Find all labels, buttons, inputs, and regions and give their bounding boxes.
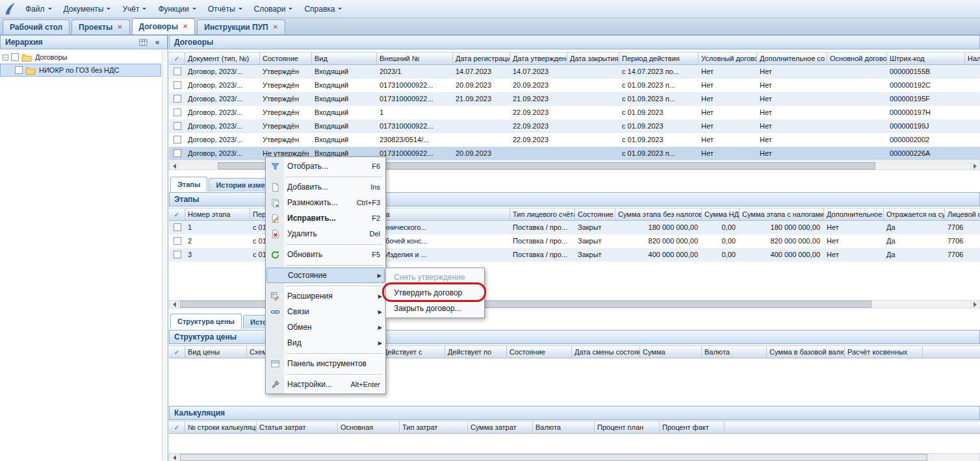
close-tab-icon[interactable]: ✕ — [273, 24, 278, 31]
collapse-panel-icon[interactable]: « — [152, 38, 162, 47]
row-checkbox[interactable] — [174, 223, 181, 231]
row-checkbox[interactable] — [174, 95, 181, 103]
row-checkbox[interactable] — [174, 122, 181, 130]
main-tab-2[interactable]: Договоры✕ — [132, 18, 196, 34]
column-header-8[interactable]: Процент факт — [660, 421, 725, 433]
scrollbar-thumb[interactable] — [180, 454, 927, 461]
main-tab-0[interactable]: Рабочий стол — [3, 19, 70, 34]
column-header-4[interactable]: Действует по — [445, 346, 507, 358]
menubar-item-2[interactable]: Учёт — [116, 2, 152, 16]
context-menu-item-6[interactable]: Состояние▶ — [266, 268, 385, 283]
column-header-10[interactable]: Расчёт косвенных — [845, 346, 923, 358]
column-header-6[interactable]: Валюта — [533, 421, 595, 433]
price-tab-0[interactable]: Структура цены — [170, 314, 242, 329]
column-header-5[interactable]: Состояние — [575, 208, 615, 220]
column-header-0[interactable]: ✓ — [169, 53, 185, 64]
tree-checkbox[interactable] — [15, 66, 23, 74]
column-header-3[interactable]: Действует с — [380, 346, 445, 358]
column-header-9[interactable]: Сумма в базовой валюте — [767, 346, 845, 358]
column-header-9[interactable]: Дополнительное со — [824, 208, 884, 220]
column-header-8[interactable]: Валюта — [702, 346, 767, 358]
column-header-11[interactable]: Основной договор — [827, 53, 887, 64]
context-menu-item-10[interactable]: Вид▶ — [266, 335, 385, 351]
row-checkbox[interactable] — [174, 68, 181, 75]
column-header-0[interactable]: ✓ — [169, 346, 185, 358]
stages-tab-0[interactable]: Этапы — [170, 177, 207, 192]
table-row[interactable]: Договор, 2023/...УтверждёнВходящий017310… — [169, 92, 980, 106]
column-header-3[interactable]: Основная — [338, 421, 400, 433]
row-checkbox[interactable] — [174, 108, 181, 116]
table-row[interactable]: Договор, 2023/...УтверждёнВходящий2023/1… — [169, 65, 980, 79]
scroll-left-button[interactable] — [170, 454, 179, 461]
column-header-10[interactable]: Дополнительное со — [757, 53, 827, 64]
column-header-7[interactable]: Процент план — [595, 421, 660, 433]
row-checkbox[interactable] — [174, 237, 181, 245]
menubar-item-0[interactable]: Файл — [19, 2, 58, 16]
column-header-11[interactable]: Лицевой счёт — [945, 208, 980, 220]
column-header-8[interactable]: Период действия — [619, 53, 699, 64]
submenu-item-1[interactable]: Утвердить договор — [387, 285, 484, 301]
table-row[interactable]: Договор, 2023/...УтверждёнВходящий017310… — [169, 119, 980, 133]
row-checkbox[interactable] — [174, 136, 181, 143]
context-menu-item-0[interactable]: Отобрать...F6 — [266, 158, 385, 174]
menubar-item-4[interactable]: Отчёты — [202, 2, 248, 16]
menubar-item-5[interactable]: Словари — [248, 2, 299, 16]
column-header-0[interactable]: ✓ — [169, 421, 185, 433]
table-row[interactable]: Договор, 2023/...УтверждёнВходящий017310… — [169, 79, 980, 92]
context-menu-item-5[interactable]: ОбновитьF5 — [266, 247, 385, 262]
column-header-1[interactable]: Вид цены — [185, 346, 247, 358]
column-header-4[interactable]: Внешний № — [377, 53, 453, 64]
column-header-10[interactable]: Отражается на сумме — [884, 208, 945, 220]
column-header-4[interactable]: Тип лицевого счёта — [510, 208, 575, 220]
column-header-12[interactable]: Штрих-код — [887, 53, 965, 64]
column-header-7[interactable]: Дата закрытия — [567, 53, 619, 64]
column-header-7[interactable]: Сумма — [640, 346, 702, 358]
scroll-left-button[interactable] — [170, 301, 179, 308]
calculation-hscrollbar[interactable] — [169, 453, 980, 461]
close-tab-icon[interactable]: ✕ — [117, 24, 122, 31]
column-header-2[interactable]: Состояние — [260, 53, 312, 64]
context-menu-item-12[interactable]: Настройки...Alt+Enter — [266, 377, 385, 392]
context-menu-item-7[interactable]: Расширения▶ — [266, 288, 385, 304]
column-header-9[interactable]: Условный договор — [699, 53, 757, 64]
submenu-item-2[interactable]: Закрыть договор... — [387, 301, 484, 316]
column-header-1[interactable]: Документ (тип, №) — [185, 53, 260, 64]
scroll-left-button[interactable] — [170, 162, 179, 169]
column-header-3[interactable]: Вид — [312, 53, 377, 64]
tree-expander-icon[interactable]: − — [3, 55, 8, 60]
close-tab-icon[interactable]: ✕ — [183, 23, 188, 30]
tree-node-1[interactable]: НИОКР по ГОЗ без НДС — [0, 64, 161, 77]
main-tab-3[interactable]: Инструкции ПУП✕ — [197, 19, 285, 34]
context-menu-item-2[interactable]: Размножить...Ctrl+F3 — [266, 195, 385, 210]
column-header-5[interactable]: Дата регистрации — [453, 53, 510, 64]
column-header-5[interactable]: Состояние — [507, 346, 572, 358]
column-header-1[interactable]: Номер этапа — [185, 208, 250, 220]
column-header-6[interactable]: Сумма этапа без налогов — [615, 208, 702, 220]
row-checkbox[interactable] — [174, 251, 181, 258]
menubar-item-1[interactable]: Документы — [58, 2, 117, 16]
column-header-8[interactable]: Сумма этапа с налогами — [740, 208, 824, 220]
context-menu-item-8[interactable]: Связи▶ — [266, 304, 385, 319]
main-tab-1[interactable]: Проекты✕ — [71, 19, 129, 34]
context-menu-item-4[interactable]: УдалитьDel — [266, 226, 385, 242]
column-header-6[interactable]: Дата смены состояния — [572, 346, 640, 358]
grid-view-icon[interactable] — [138, 38, 148, 47]
row-checkbox[interactable] — [174, 149, 181, 157]
column-header-1[interactable]: № строки калькуляции — [185, 421, 257, 433]
column-header-5[interactable]: Сумма затрат — [468, 421, 533, 433]
column-header-4[interactable]: Тип затрат — [400, 421, 468, 433]
menubar-item-6[interactable]: Справка — [298, 2, 348, 16]
column-header-7[interactable]: Сумма НДС этапа — [702, 208, 740, 220]
context-menu-item-11[interactable]: Панель инструментов — [266, 356, 385, 371]
table-row[interactable]: Договор, 2023/...УтверждёнВходящий230823… — [169, 133, 980, 147]
row-checkbox[interactable] — [174, 81, 181, 89]
column-header-2[interactable]: Статья затрат — [257, 421, 338, 433]
table-row[interactable]: Договор, 2023/...УтверждёнВходящий122.09… — [169, 106, 980, 119]
context-menu-item-9[interactable]: Обмен▶ — [266, 319, 385, 335]
hierarchy-scrollbar[interactable] — [162, 51, 168, 461]
context-menu-item-3[interactable]: Исправить...F2 — [266, 210, 385, 226]
column-header-13[interactable]: Налог — [965, 53, 980, 64]
menubar-item-3[interactable]: Функции — [152, 2, 201, 16]
tree-checkbox[interactable] — [11, 53, 19, 61]
context-menu-item-1[interactable]: Добавить...Ins — [266, 179, 385, 195]
